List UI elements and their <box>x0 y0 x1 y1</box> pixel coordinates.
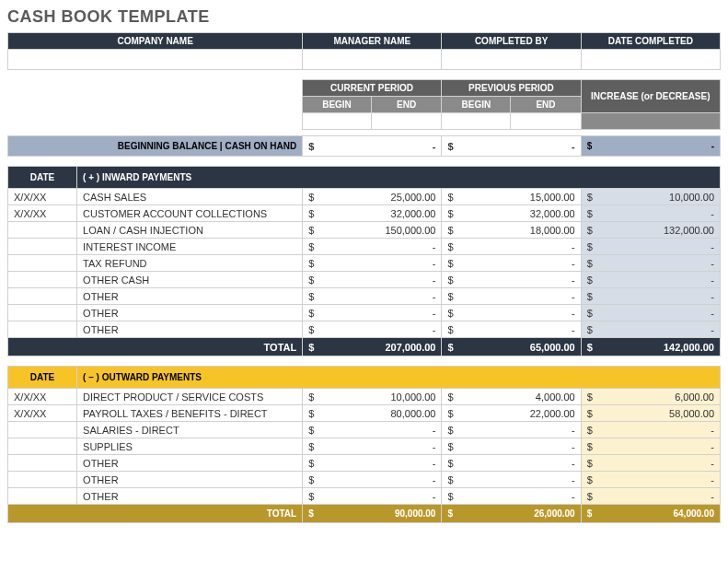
cell-cur[interactable]: $25,000.00 <box>303 189 442 205</box>
cell-inc: $- <box>581 305 720 321</box>
cell-prev[interactable]: $18,000.00 <box>442 222 581 239</box>
cell-desc[interactable]: OTHER <box>77 305 303 321</box>
cell-prev[interactable]: $- <box>442 455 581 472</box>
cell-cur[interactable]: $- <box>303 305 442 321</box>
hdr-cur-end: END <box>372 97 442 113</box>
cell-date[interactable] <box>8 239 77 255</box>
inward-total-cur: $207,000.00 <box>303 338 442 356</box>
cell-date[interactable] <box>8 438 77 455</box>
cell-cur[interactable]: $80,000.00 <box>303 405 442 422</box>
input-cur-begin[interactable] <box>302 113 371 130</box>
cell-cur[interactable]: $- <box>303 321 442 338</box>
cell-prev[interactable]: $- <box>442 288 581 305</box>
cell-prev[interactable]: $4,000.00 <box>442 389 581 405</box>
inward-total-inc: $142,000.00 <box>581 338 720 356</box>
beg-bal-cur[interactable]: $- <box>303 136 442 157</box>
cell-desc[interactable]: TAX REFUND <box>77 255 303 272</box>
cell-desc[interactable]: PAYROLL TAXES / BENEFITS - DIRECT <box>77 405 303 422</box>
cell-cur[interactable]: $- <box>303 239 442 255</box>
cell-prev[interactable]: $- <box>442 321 581 338</box>
cell-date[interactable] <box>8 272 77 288</box>
table-row: OTHER$-$-$- <box>8 455 721 472</box>
beginning-balance-table: BEGINNING BALANCE | CASH ON HAND $- $- $… <box>7 135 721 157</box>
input-manager[interactable] <box>303 50 442 70</box>
table-row: INTEREST INCOME$-$-$- <box>8 239 721 255</box>
input-prev-begin[interactable] <box>442 113 511 130</box>
cell-inc: $- <box>581 438 720 455</box>
cell-inc: $- <box>581 422 720 438</box>
cell-date[interactable]: X/X/XX <box>8 389 77 405</box>
cell-cur[interactable]: $- <box>303 422 442 438</box>
cell-desc[interactable]: SUPPLIES <box>77 438 303 455</box>
cell-prev[interactable]: $- <box>442 438 581 455</box>
cell-desc[interactable]: DIRECT PRODUCT / SERVICE COSTS <box>77 389 303 405</box>
cell-date[interactable]: X/X/XX <box>8 205 77 222</box>
cell-desc[interactable]: CASH SALES <box>77 189 303 205</box>
header-table: COMPANY NAME MANAGER NAME COMPLETED BY D… <box>7 32 721 70</box>
cell-inc: $6,000.00 <box>581 389 720 405</box>
cell-prev[interactable]: $- <box>442 239 581 255</box>
cell-date[interactable] <box>8 422 77 438</box>
cell-desc[interactable]: OTHER <box>77 455 303 472</box>
cell-date[interactable] <box>8 472 77 488</box>
cell-prev[interactable]: $- <box>442 255 581 272</box>
table-row: SUPPLIES$-$-$- <box>8 438 721 455</box>
cell-desc[interactable]: OTHER <box>77 321 303 338</box>
cell-desc[interactable]: OTHER <box>77 288 303 305</box>
cell-cur[interactable]: $- <box>303 255 442 272</box>
input-company[interactable] <box>8 50 303 70</box>
cell-date[interactable] <box>8 305 77 321</box>
cell-cur[interactable]: $- <box>303 488 442 505</box>
table-row: OTHER$-$-$- <box>8 488 721 505</box>
beg-bal-inc: $- <box>581 136 720 157</box>
outward-total-inc: $64,000.00 <box>581 505 720 523</box>
cell-inc: $- <box>581 205 720 222</box>
cell-prev[interactable]: $- <box>442 488 581 505</box>
input-completed-by[interactable] <box>442 50 581 70</box>
cell-prev[interactable]: $32,000.00 <box>442 205 581 222</box>
cell-inc: $- <box>581 239 720 255</box>
cell-desc[interactable]: CUSTOMER ACCOUNT COLLECTIONS <box>77 205 303 222</box>
inward-total-prev: $65,000.00 <box>442 338 581 356</box>
cell-cur[interactable]: $- <box>303 472 442 488</box>
cell-prev[interactable]: $- <box>442 305 581 321</box>
hdr-company: COMPANY NAME <box>8 33 303 50</box>
input-date-completed[interactable] <box>581 50 720 70</box>
cell-desc[interactable]: OTHER <box>77 488 303 505</box>
cell-date[interactable] <box>8 222 77 239</box>
outward-total-label: TOTAL <box>8 505 303 523</box>
beg-bal-prev[interactable]: $- <box>442 136 581 157</box>
cell-prev[interactable]: $22,000.00 <box>442 405 581 422</box>
cell-cur[interactable]: $32,000.00 <box>303 205 442 222</box>
table-row: X/X/XXCUSTOMER ACCOUNT COLLECTIONS$32,00… <box>8 205 721 222</box>
cell-desc[interactable]: INTEREST INCOME <box>77 239 303 255</box>
cell-date[interactable] <box>8 455 77 472</box>
cell-date[interactable] <box>8 288 77 305</box>
cell-cur[interactable]: $10,000.00 <box>303 389 442 405</box>
cell-cur[interactable]: $- <box>303 272 442 288</box>
cell-desc[interactable]: SALARIES - DIRECT <box>77 422 303 438</box>
cell-cur[interactable]: $- <box>303 438 442 455</box>
inward-date-hdr: DATE <box>8 167 77 189</box>
inward-label: ( + ) INWARD PAYMENTS <box>77 167 721 189</box>
cell-desc[interactable]: LOAN / CASH INJECTION <box>77 222 303 239</box>
cell-prev[interactable]: $- <box>442 272 581 288</box>
input-prev-end[interactable] <box>511 113 581 130</box>
cell-prev[interactable]: $- <box>442 422 581 438</box>
cell-cur[interactable]: $- <box>303 455 442 472</box>
input-cur-end[interactable] <box>372 113 442 130</box>
cell-date[interactable] <box>8 255 77 272</box>
cell-cur[interactable]: $150,000.00 <box>303 222 442 239</box>
cell-desc[interactable]: OTHER <box>77 472 303 488</box>
cell-date[interactable] <box>8 321 77 338</box>
table-row: OTHER$-$-$- <box>8 305 721 321</box>
cell-date[interactable]: X/X/XX <box>8 189 77 205</box>
table-row: TAX REFUND$-$-$- <box>8 255 721 272</box>
cell-cur[interactable]: $- <box>303 288 442 305</box>
cell-prev[interactable]: $- <box>442 472 581 488</box>
cell-desc[interactable]: OTHER CASH <box>77 272 303 288</box>
cell-date[interactable] <box>8 488 77 505</box>
outward-date-hdr: DATE <box>8 367 77 389</box>
cell-date[interactable]: X/X/XX <box>8 405 77 422</box>
cell-prev[interactable]: $15,000.00 <box>442 189 581 205</box>
